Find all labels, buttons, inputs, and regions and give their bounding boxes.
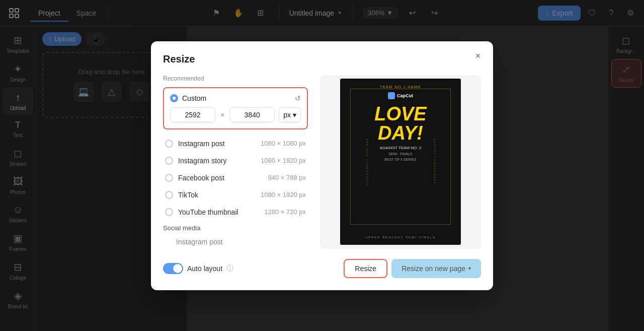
- modal-close-button[interactable]: ×: [471, 49, 485, 63]
- preview-bottom-text: UPPER BRACKET SEMI-FINALS: [340, 236, 461, 239]
- preview-team-name: TEAM NO.1 NAME: [340, 79, 461, 89]
- custom-size-option[interactable]: Custom ↺ × px ▾: [163, 87, 308, 129]
- toggle-knob: [173, 264, 182, 273]
- footer-buttons: Resize Resize on new page ▾: [344, 259, 481, 278]
- resize-modal: Resize × Recommended Custom ↺ ×: [151, 41, 493, 290]
- preset-name: TikTok: [178, 191, 256, 199]
- modal-overlay: Resize × Recommended Custom ↺ ×: [0, 0, 644, 331]
- height-input[interactable]: [229, 107, 275, 122]
- unit-caret-icon: ▾: [293, 111, 296, 119]
- preset-size: 940 × 788 px: [268, 174, 306, 181]
- preset-radio: [165, 174, 173, 182]
- resize-new-page-button[interactable]: Resize on new page ▾: [391, 259, 481, 278]
- preset-name: YouTube thumbnail: [178, 208, 259, 216]
- unit-value: px: [283, 111, 291, 119]
- preview-semi-text: SEMI · FINALS: [340, 152, 461, 156]
- preset-instagram-post[interactable]: Instagram post 1080 × 1080 px: [163, 136, 308, 152]
- resize-new-label: Resize on new page: [401, 264, 465, 273]
- recommended-label: Recommended: [163, 75, 308, 82]
- preset-radio: [165, 140, 173, 148]
- preset-size: 1080 × 1080 px: [261, 140, 306, 147]
- modal-title: Resize: [163, 53, 481, 65]
- modal-body: Recommended Custom ↺ × px ▾: [163, 75, 481, 249]
- preset-tiktok[interactable]: TikTok 1080 × 1920 px: [163, 187, 308, 203]
- auto-layout-control: Auto layout ⓘ: [163, 263, 233, 274]
- preview-against-text: AGAINST TEAM NO. 2: [340, 146, 461, 150]
- preset-name: Facebook post: [178, 174, 263, 182]
- modal-left-panel: Recommended Custom ↺ × px ▾: [163, 75, 308, 249]
- dimension-row: × px ▾: [170, 107, 301, 122]
- auto-layout-toggle[interactable]: [163, 263, 183, 274]
- preset-radio: [165, 208, 173, 216]
- preset-radio: [165, 157, 173, 165]
- resize-button[interactable]: Resize: [344, 259, 387, 278]
- preset-size: 1280 × 720 px: [264, 208, 306, 216]
- custom-option-header: Custom ↺: [170, 94, 301, 102]
- preset-name: Instagram story: [178, 157, 256, 165]
- preview-best-of-text: BEST OF 5 SERIES: [340, 158, 461, 161]
- preview-side-left-text: TOURNAMENT PARTNER: [366, 138, 369, 186]
- custom-label: Custom: [182, 94, 206, 102]
- preset-facebook-post[interactable]: Facebook post 940 × 788 px: [163, 170, 308, 186]
- unit-selector[interactable]: px ▾: [279, 107, 301, 122]
- reset-icon[interactable]: ↺: [295, 94, 301, 102]
- custom-radio-selected: [170, 94, 178, 102]
- width-input[interactable]: [170, 107, 215, 122]
- preset-radio: [165, 191, 173, 199]
- preset-size: 1080 × 1920 px: [261, 191, 306, 198]
- modal-preview-panel: TOURNAMENT PARTNER CAPCUT TOURNAMENT TEA…: [320, 75, 481, 249]
- preset-instagram-story[interactable]: Instagram story 1080 × 1920 px: [163, 153, 308, 169]
- preview-content: TOURNAMENT PARTNER CAPCUT TOURNAMENT TEA…: [340, 79, 461, 245]
- resize-new-caret-icon: ▾: [468, 266, 471, 271]
- info-icon[interactable]: ⓘ: [226, 264, 233, 273]
- preset-size: 1080 × 1920 px: [261, 157, 306, 164]
- preset-name: Instagram post: [178, 140, 256, 148]
- auto-layout-label: Auto layout: [187, 264, 222, 273]
- dimension-separator: ×: [219, 111, 225, 119]
- social-media-label: Social media: [163, 224, 308, 232]
- modal-footer: Auto layout ⓘ Resize Resize on new page …: [163, 259, 481, 278]
- preset-youtube-thumbnail[interactable]: YouTube thumbnail 1280 × 720 px: [163, 204, 308, 220]
- social-instagram-post[interactable]: Instagram post: [163, 235, 308, 249]
- preview-image: TOURNAMENT PARTNER CAPCUT TOURNAMENT TEA…: [340, 79, 461, 245]
- preset-list: Instagram post 1080 × 1080 px Instagram …: [163, 136, 308, 220]
